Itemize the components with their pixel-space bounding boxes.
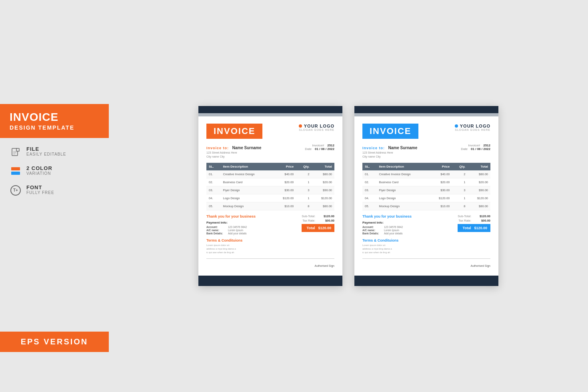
table-cell: Business Card xyxy=(376,178,429,186)
bank-val-orange: Add your details xyxy=(228,232,247,235)
subtotal-label-blue: Sub-Total: xyxy=(458,214,471,218)
table-row: 05.Mockup Design$10.008$80.00 xyxy=(362,202,490,210)
table-cell: 2 xyxy=(452,170,468,178)
table-cell: $20.00 xyxy=(312,178,334,186)
table-cell: 04. xyxy=(206,194,220,202)
ac-val-blue: Lorem Ipsum xyxy=(384,229,399,232)
table-cell: $80.00 xyxy=(312,170,334,178)
sidebar-features: FILE EASILY EDITABLE 2 COLOR VARIATION T… xyxy=(0,138,109,204)
subtotal-value-orange: $120.00 xyxy=(318,214,334,218)
sign-label-orange: Authorised Sign xyxy=(315,264,334,267)
eps-label: EPS VERSION xyxy=(21,337,88,346)
bank-val-blue: Add your details xyxy=(384,232,403,235)
invoice-to-label-orange: Invoice to: xyxy=(206,146,229,150)
client-address2-blue: City name City xyxy=(362,155,417,159)
card-bottom-bar-orange xyxy=(198,276,342,286)
feature-file-sublabel: EASILY EDITABLE xyxy=(26,152,66,156)
table-cell: $40.00 xyxy=(430,170,452,178)
card-mid-bar-orange xyxy=(198,113,342,116)
table-cell: Flyer Design xyxy=(220,186,273,194)
feature-color-sublabel: VARIATION xyxy=(26,171,52,176)
terms-label-orange: Terms & Condituions xyxy=(206,238,334,242)
thank-you-orange: Thank you for your business xyxy=(206,214,256,218)
thank-you-blue: Thank you for your business xyxy=(362,214,412,218)
card-top-bar-orange xyxy=(198,106,342,113)
table-cell: Flyer Design xyxy=(376,186,429,194)
table-cell: $10.00 xyxy=(274,202,296,210)
account-val-blue: 123 34576 9842 xyxy=(384,226,403,228)
font-icon: T+ xyxy=(10,184,22,196)
table-cell: 01. xyxy=(206,170,220,178)
total-badge-blue: Total $120.00 xyxy=(458,224,490,232)
table-cell: Creative Invoice Design xyxy=(220,170,273,178)
table-row: 03.Flyer Design$30.003$90.00 xyxy=(206,186,334,194)
invoice-to-left-blue: Invoice to: Name Surname 123 Street Addr… xyxy=(362,144,417,159)
invoice-table-blue: SL. Item Description Price Qty. Total 01… xyxy=(362,163,490,210)
table-cell: 1 xyxy=(452,178,468,186)
feature-color-label: 2 COLOR xyxy=(26,165,52,171)
table-cell: $20.00 xyxy=(468,178,490,186)
feature-font: T+ FONT FULLY FREE xyxy=(10,184,99,196)
left-footer-blue: Thank you for your business Payment Info… xyxy=(362,214,412,235)
table-cell: $40.00 xyxy=(274,170,296,178)
ac-key-blue: A/C name: xyxy=(362,229,382,232)
invoice-num-blue: 2512 xyxy=(483,144,490,147)
terms-text-blue: Lorem ipsum dolor sitaddress a mya king … xyxy=(362,244,490,254)
feature-file: FILE EASILY EDITABLE xyxy=(10,146,99,158)
left-footer-orange: Thank you for your business Payment Info… xyxy=(206,214,256,235)
th-sl-blue: SL. xyxy=(362,163,376,170)
invoice-num-orange: 2512 xyxy=(327,144,334,147)
table-cell: 2 xyxy=(296,170,312,178)
logo-area-blue: YOUR LOGO SLOGAN GOES HERE xyxy=(455,124,490,131)
table-cell: 02. xyxy=(362,178,376,186)
taxrate-label-orange: Tax Rate: xyxy=(302,219,315,222)
feature-file-text: FILE EASILY EDITABLE xyxy=(26,146,66,156)
table-cell: Mockup Design xyxy=(376,202,429,210)
sidebar-title-sub: DESIGN TEMPLATE xyxy=(10,124,99,131)
totals-section-orange: Sub-Total: $120.00 Tax Rate: $00.00 Tota… xyxy=(302,214,334,232)
account-val-orange: 123 34576 9842 xyxy=(228,226,247,228)
table-cell: 1 xyxy=(452,194,468,202)
table-cell: $120.00 xyxy=(312,194,334,202)
taxrate-value-blue: $00.00 xyxy=(474,219,490,222)
invoice-to-section-orange: Invoice to: Name Surname 123 Street Addr… xyxy=(206,144,334,159)
card-body-orange: INVOICE YOUR LOGO SLOGAN GOES HERE Invoi… xyxy=(198,116,342,276)
eps-banner: EPS VERSION xyxy=(0,332,109,352)
feature-color-text: 2 COLOR VARIATION xyxy=(26,165,52,176)
invoice-to-section-blue: Invoice to: Name Surname 123 Street Addr… xyxy=(362,144,490,159)
invoice-footer-blue: Thank you for your business Payment Info… xyxy=(362,214,490,235)
table-cell: $120.00 xyxy=(430,194,452,202)
invoice-badge-blue: INVOICE xyxy=(362,124,418,139)
ac-key-orange: A/C name: xyxy=(206,229,226,232)
table-row: 02.Business Card$20.001$20.00 xyxy=(362,178,490,186)
th-desc-blue: Item Description xyxy=(376,163,429,170)
table-cell: 1 xyxy=(296,194,312,202)
terms-section-blue: Terms & Condituions Lorem ipsum dolor si… xyxy=(362,238,490,254)
total-label-blue: Total xyxy=(463,226,471,230)
invoice-meta-blue: Invoice# 2512 Date 01 / 08 / 2022 xyxy=(461,144,490,151)
totals-section-blue: Sub-Total: $120.00 Tax Rate: $00.00 Tota… xyxy=(458,214,490,232)
table-cell: $120.00 xyxy=(274,194,296,202)
table-cell: Logo Design xyxy=(376,194,429,202)
edit-icon xyxy=(10,146,22,158)
card-body-blue: INVOICE YOUR LOGO SLOGAN GOES HERE Invoi… xyxy=(354,116,498,276)
main-content: INVOICE YOUR LOGO SLOGAN GOES HERE Invoi… xyxy=(109,0,588,392)
th-sl-orange: SL. xyxy=(206,163,220,170)
invoice-table-orange: SL. Item Description Price Qty. Total 01… xyxy=(206,163,334,210)
table-cell: $90.00 xyxy=(312,186,334,194)
table-cell: $20.00 xyxy=(274,178,296,186)
invoice-badge-orange: INVOICE xyxy=(206,124,262,139)
table-cell: 8 xyxy=(452,202,468,210)
table-cell: 3 xyxy=(296,186,312,194)
total-value-orange: $120.00 xyxy=(318,226,331,230)
table-row: 03.Flyer Design$30.003$90.00 xyxy=(362,186,490,194)
sign-section-blue: Authorised Sign xyxy=(362,258,490,268)
th-qty-blue: Qty. xyxy=(452,163,468,170)
feature-font-sublabel: FULLY FREE xyxy=(26,190,54,195)
logo-area-orange: YOUR LOGO SLOGAN GOES HERE xyxy=(299,124,334,131)
subtotal-label-orange: Sub-Total: xyxy=(302,214,315,218)
feature-file-label: FILE xyxy=(26,146,66,152)
logo-dot-orange xyxy=(299,124,302,128)
table-cell: 03. xyxy=(206,186,220,194)
invoice-card-blue: INVOICE YOUR LOGO SLOGAN GOES HERE Invoi… xyxy=(354,106,498,286)
